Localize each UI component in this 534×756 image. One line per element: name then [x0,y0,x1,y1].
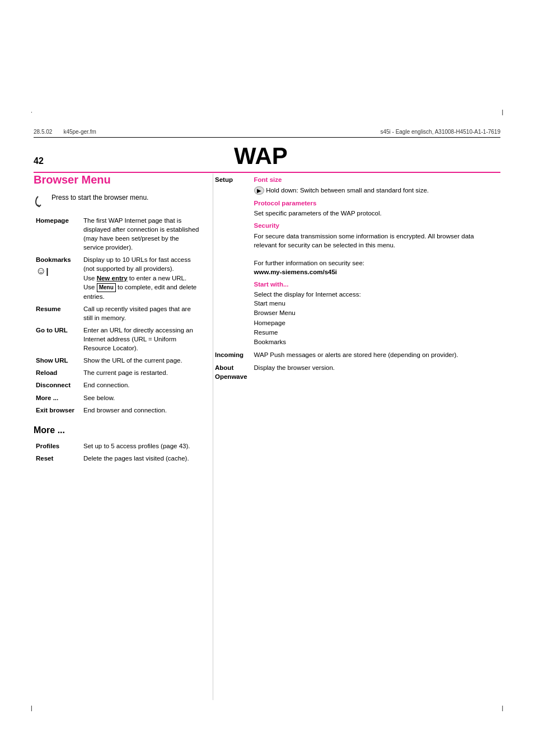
page-container: · | | | 28.5.02 k45pe-ger.fm s45i - Eagl… [0,0,534,756]
table-row: Protocol parameters Set specific paramet… [213,197,500,219]
security-label: Security [254,221,498,230]
menu-box: Menu [97,283,116,292]
menu-item-desc: Display up to 10 URLs for fast access (n… [81,253,202,302]
table-row: Bookmarks ☺| Display up to 10 URLs for f… [34,253,202,302]
menu-item-desc: End connection. [81,379,202,391]
start-with-cell: Start with... Select the display for Int… [252,278,500,349]
corner-mark-br: | [502,705,503,711]
security-url: www.my-siemens.com/s45i [254,269,338,275]
table-row: Start with... Select the display for Int… [213,278,500,349]
more-item-label: Profiles [34,440,81,452]
menu-item-label: Go to URL [34,324,81,354]
menu-item-desc: See below. [81,392,202,404]
protocol-desc: Set specific parameters of the WAP proto… [254,210,382,217]
setup-content-cell: Font size ▶ Hold down: Switch between sm… [252,173,500,197]
table-row: Show URL Show the URL of the current pag… [34,354,202,367]
content-area: Browser Menu Press to start the browser … [34,173,500,473]
file-header: 28.5.02 k45pe-ger.fm s45i - Eagle englis… [34,129,500,138]
menu-item-label: Homepage [34,214,81,253]
protocol-label: Protocol parameters [254,199,498,208]
menu-item-label: Exit browser [34,404,81,416]
table-row: Reload The current page is restarted. [34,367,202,379]
corner-mark-bl: | [31,705,32,711]
table-row: More ... See below. [34,392,202,404]
table-row: Homepage The first WAP Internet page tha… [34,214,202,253]
list-item: Start menu [254,299,498,308]
file-info-left: 28.5.02 k45pe-ger.fm [34,129,96,135]
browser-menu-table: Homepage The first WAP Internet page tha… [34,214,202,416]
table-row: Resume Call up recently visited pages th… [34,303,202,324]
menu-item-desc: End browser and connection. [81,404,202,416]
more-heading: More ... [34,425,202,435]
menu-item-desc: Show the URL of the current page. [81,354,202,367]
corner-mark-tl: · [31,109,32,115]
list-item: Bookmarks [254,337,498,347]
setup-column-label: Setup [213,173,252,197]
table-row: Profiles Set up to 5 access profiles (pa… [34,440,202,452]
table-row: Go to URL Enter an URL for directly acce… [34,324,202,354]
corner-mark-tr: | [502,109,503,115]
list-item: Browser Menu [254,308,498,318]
menu-item-desc: The first WAP Internet page that is disp… [81,214,202,253]
font-size-label: Font size [254,175,498,184]
list-item: Resume [254,328,498,337]
arrow-icon [34,194,47,208]
about-label: About Openwave [213,361,252,383]
more-item-label: Reset [34,452,81,464]
more-table: Profiles Set up to 5 access profiles (pa… [34,440,202,464]
page-title-area: 42 WAP [34,143,500,173]
right-column: Setup Font size ▶ Hold down: Switch betw… [213,173,500,473]
start-with-label: Start with... [254,280,498,289]
file-info-right: s45i - Eagle englisch, A31008-H4510-A1-1… [380,129,500,135]
protocol-cell: Protocol parameters Set specific paramet… [252,197,500,219]
more-item-desc: Set up to 5 access profiles (page 43). [81,440,202,452]
table-row: Disconnect End connection. [34,379,202,391]
bookmarks-label-area: Bookmarks ☺| [36,255,77,278]
menu-item-desc: Enter an URL for directly accessing an I… [81,324,202,354]
start-with-intro: Select the display for Internet access: [254,291,361,298]
file-name: k45pe-ger.fm [63,129,96,135]
menu-item-label: Bookmarks ☺| [34,253,81,302]
incoming-label: Incoming [213,349,252,361]
setup-table: Setup Font size ▶ Hold down: Switch betw… [213,173,500,383]
incoming-desc: WAP Push messages or alerts are stored h… [252,349,500,361]
page-number: 42 [34,156,44,166]
press-start-area: Press to start the browser menu. [34,193,202,208]
menu-item-label: More ... [34,392,81,404]
about-desc: Display the browser version. [252,361,500,383]
menu-item-label: Disconnect [34,379,81,391]
security-cell: Security For secure data transmission so… [252,219,500,278]
left-column: Browser Menu Press to start the browser … [34,173,202,473]
menu-item-label: Show URL [34,354,81,367]
browser-menu-heading: Browser Menu [34,173,202,186]
font-size-icon: ▶ [254,186,266,194]
bookmarks-icon: ☺ [36,265,46,276]
menu-item-label: Reload [34,367,81,379]
security-further: For further information on security see:… [254,260,365,275]
press-start-text: Press to start the browser menu. [51,193,148,203]
table-row: Exit browser End browser and connection. [34,404,202,416]
start-with-list: Start menu Browser Menu Homepage Resume … [254,299,498,347]
table-row: About Openwave Display the browser versi… [213,361,500,383]
more-item-desc: Delete the pages last visited (cache). [81,452,202,464]
menu-item-label: Resume [34,303,81,324]
page-title: WAP [55,143,467,170]
table-row: Incoming WAP Push messages or alerts are… [213,349,500,361]
table-row: Reset Delete the pages last visited (cac… [34,452,202,464]
table-row: Security For secure data transmission so… [213,219,500,278]
list-item: Homepage [254,318,498,328]
file-date: 28.5.02 [34,129,52,135]
menu-item-desc: Call up recently visited pages that are … [81,303,202,324]
table-row: Setup Font size ▶ Hold down: Switch betw… [213,173,500,197]
menu-item-desc: The current page is restarted. [81,367,202,379]
security-desc: For secure data transmission some inform… [254,233,474,248]
